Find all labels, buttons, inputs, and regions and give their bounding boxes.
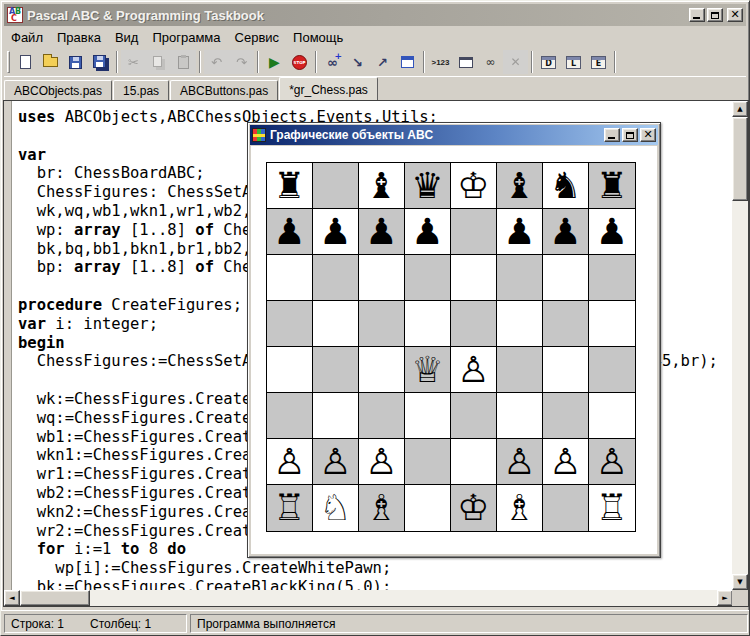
piece-black-pawn[interactable]: ♟ — [503, 210, 535, 254]
step-out-button[interactable]: ↗ — [370, 50, 395, 74]
goto-window-button[interactable] — [395, 50, 420, 74]
piece-white-knight[interactable]: ♘ — [319, 486, 351, 530]
square-d3 — [405, 393, 451, 439]
new-file-button[interactable] — [13, 50, 38, 74]
graphics-window[interactable]: Графические объекты ABC ✕ ♜♝♛♔♝♞♜♟♟♟♟♟♟♟… — [247, 122, 661, 558]
menu-program[interactable]: Программа — [145, 28, 227, 47]
tab-15-pas[interactable]: 15.pas — [113, 80, 169, 100]
piece-black-pawn[interactable]: ♟ — [365, 210, 397, 254]
piece-black-pawn[interactable]: ♟ — [273, 210, 305, 254]
piece-white-pawn[interactable]: ♙ — [457, 348, 489, 392]
menu-file[interactable]: Файл — [4, 28, 50, 47]
run-icon: ▶ — [269, 54, 280, 70]
tab-gr-chess-pas[interactable]: *gr_Chess.pas — [279, 77, 378, 100]
scroll-left-button[interactable]: ◄ — [4, 590, 20, 606]
console-button[interactable]: >123 — [428, 50, 453, 74]
panel-e-button[interactable]: E — [586, 50, 611, 74]
piece-white-pawn[interactable]: ♙ — [365, 440, 397, 484]
piece-white-bishop[interactable]: ♗ — [503, 486, 535, 530]
horizontal-scrollbar[interactable]: ◄ ► — [4, 590, 733, 606]
piece-white-pawn[interactable]: ♙ — [503, 440, 535, 484]
panel-e-icon: E — [591, 56, 606, 69]
piece-black-pawn[interactable]: ♟ — [596, 210, 628, 254]
run-button[interactable]: ▶ — [262, 50, 287, 74]
piece-white-queen[interactable]: ♕ — [411, 348, 443, 392]
plus-icon: + — [334, 52, 342, 60]
vertical-scrollbar[interactable]: ▲ ▼ — [732, 101, 748, 590]
save-button[interactable] — [63, 50, 88, 74]
menu-view[interactable]: Вид — [108, 28, 146, 47]
panel-d-button[interactable]: D — [536, 50, 561, 74]
panel-l-button[interactable]: L — [561, 50, 586, 74]
cut-button[interactable]: ✂ — [121, 50, 146, 74]
copy-button[interactable] — [146, 50, 171, 74]
minimize-button[interactable] — [689, 8, 705, 22]
redo-button[interactable]: ↷ — [229, 50, 254, 74]
menu-service[interactable]: Сервис — [228, 28, 287, 47]
add-watch-button[interactable]: ∞+ — [320, 50, 345, 74]
new-file-icon — [20, 55, 31, 69]
piece-black-king[interactable]: ♔ — [457, 164, 489, 208]
menu-help[interactable]: Помощь — [286, 28, 350, 47]
piece-white-king[interactable]: ♔ — [457, 486, 489, 530]
graphics-maximize-button[interactable] — [622, 128, 638, 142]
piece-black-pawn[interactable]: ♟ — [549, 210, 581, 254]
square-f6 — [497, 255, 543, 301]
piece-black-pawn[interactable]: ♟ — [319, 210, 351, 254]
scroll-right-button[interactable]: ► — [717, 590, 733, 606]
tab-abcbuttons-pas[interactable]: ABCButtons.pas — [170, 80, 278, 100]
piece-white-bishop[interactable]: ♗ — [365, 486, 397, 530]
piece-white-rook[interactable]: ♖ — [273, 486, 305, 530]
piece-black-rook[interactable]: ♜ — [596, 164, 628, 208]
open-file-button[interactable] — [38, 50, 63, 74]
toolbar-separator — [257, 51, 259, 73]
piece-white-rook[interactable]: ♖ — [596, 486, 628, 530]
piece-white-pawn[interactable]: ♙ — [596, 440, 628, 484]
square-e4: ♙ — [451, 347, 497, 393]
scroll-up-button[interactable]: ▲ — [732, 101, 748, 117]
code-line-25: wp[i]:=ChessFigures.CreateWhitePawn; — [18, 559, 391, 578]
piece-black-bishop[interactable]: ♝ — [503, 164, 535, 208]
close-button[interactable]: ✕ — [727, 8, 743, 22]
console-123-icon: >123 — [431, 58, 449, 67]
piece-black-queen[interactable]: ♛ — [411, 164, 443, 208]
graphics-window-titlebar[interactable]: Графические объекты ABC ✕ — [250, 125, 658, 145]
piece-black-rook[interactable]: ♜ — [273, 164, 305, 208]
square-g7: ♟ — [543, 209, 589, 255]
scrollbar-corner — [732, 590, 748, 606]
window-icon — [459, 57, 473, 68]
save-all-button[interactable] — [88, 50, 113, 74]
piece-white-pawn[interactable]: ♙ — [549, 440, 581, 484]
piece-white-pawn[interactable]: ♙ — [273, 440, 305, 484]
square-h7: ♟ — [589, 209, 635, 255]
stop-button[interactable]: STOP — [287, 50, 312, 74]
undo-button[interactable]: ↶ — [204, 50, 229, 74]
graphics-minimize-button[interactable] — [604, 128, 620, 142]
horizontal-scroll-thumb[interactable] — [20, 590, 90, 606]
menu-edit[interactable]: Правка — [50, 28, 108, 47]
vertical-scroll-thumb[interactable] — [732, 117, 748, 201]
maximize-button[interactable] — [707, 8, 723, 22]
main-titlebar[interactable]: ABC Pascal ABC & Programming Taskbook ✕ — [4, 4, 746, 26]
step-into-button[interactable]: ↘ — [345, 50, 370, 74]
board-rank-6 — [267, 255, 635, 301]
arrow-right-icon: ► — [722, 594, 727, 602]
window-button[interactable] — [453, 50, 478, 74]
output-button[interactable]: ∞ — [478, 50, 503, 74]
toolbar-grip[interactable] — [7, 51, 10, 73]
panel-l-icon: L — [566, 56, 581, 69]
paste-button[interactable] — [171, 50, 196, 74]
piece-white-pawn[interactable]: ♙ — [319, 440, 351, 484]
close-file-button[interactable]: ✕ — [503, 50, 528, 74]
board-rank-1: ♖♘♗♔♗♖ — [267, 485, 635, 531]
scroll-down-button[interactable]: ▼ — [732, 574, 748, 590]
square-g5 — [543, 301, 589, 347]
square-d4: ♕ — [405, 347, 451, 393]
tab-abcobjects-pas[interactable]: ABCObjects.pas — [4, 80, 112, 100]
piece-black-knight[interactable]: ♞ — [549, 164, 581, 208]
square-c6 — [359, 255, 405, 301]
app-icon: ABC — [7, 7, 23, 23]
piece-black-pawn[interactable]: ♟ — [411, 210, 443, 254]
piece-black-bishop[interactable]: ♝ — [365, 164, 397, 208]
graphics-close-button[interactable]: ✕ — [640, 128, 656, 142]
